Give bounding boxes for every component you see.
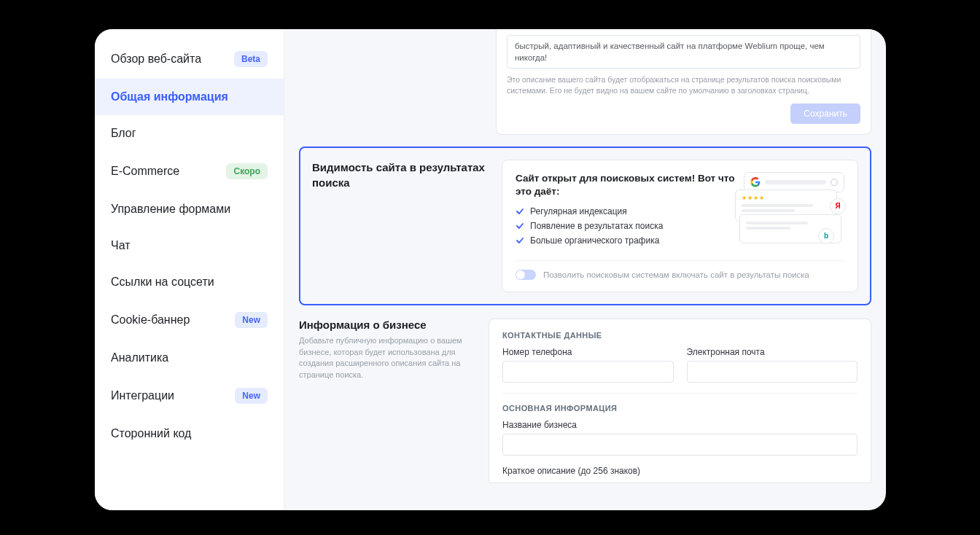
sidebar-item-label: Ссылки на соцсети [111,276,214,289]
site-description-text: быстрый, адаптивный и качественный сайт … [515,42,825,62]
visibility-toggle[interactable] [516,270,536,280]
yandex-icon: Я [830,198,846,214]
settings-window: Обзор веб-сайта Beta Общая информация Бл… [95,29,886,510]
sidebar-item-ecommerce[interactable]: E-Commerce Скоро [95,152,284,191]
business-panel: КОНТАКТНЫЕ ДАННЫЕ Номер телефона Электро… [489,319,871,483]
visibility-panel: Сайт открыт для поисковых систем! Вот чт… [502,160,858,293]
main-section-title: ОСНОВНАЯ ИНФОРМАЦИЯ [502,404,858,413]
site-description-textarea[interactable]: быстрый, адаптивный и качественный сайт … [507,35,860,69]
business-title: Информация о бизнесе [299,319,474,331]
sidebar-item-label: Управление формами [111,203,230,216]
bizname-label: Название бизнеса [502,420,858,430]
phone-label: Номер телефона [502,347,674,357]
benefit-item: Больше органического трафика [516,235,735,246]
sidebar-item-label: Общая информация [111,90,228,104]
benefit-label: Больше органического трафика [530,235,659,246]
site-description-card: быстрый, адаптивный и качественный сайт … [496,29,871,135]
google-icon [750,177,761,187]
benefit-label: Появление в результатах поиска [530,221,663,231]
bizname-input[interactable] [502,434,858,456]
visibility-card: Видимость сайта в результатах поиска Сай… [299,147,871,306]
email-input[interactable] [687,361,858,383]
sidebar-item-label: Аналитика [111,351,168,364]
sidebar-item-label: Cookie-баннер [111,313,190,327]
sidebar-item-blog[interactable]: Блог [95,115,284,152]
search-illustration: ★★★★ Я b [735,172,844,241]
sidebar-item-overview[interactable]: Обзор веб-сайта Beta [95,39,284,79]
sidebar-item-integrations[interactable]: Интеграции New [95,376,284,415]
visibility-title-col: Видимость сайта в результатах поиска [312,160,487,293]
phone-input[interactable] [502,361,674,383]
sidebar-item-label: Чат [111,239,131,252]
visibility-benefits: Регулярная индексация Появление в резуль… [516,206,735,246]
save-button[interactable]: Сохранить [790,104,860,124]
sidebar-item-label: Сторонний код [111,427,191,440]
bing-icon: b [818,228,834,244]
business-section: Информация о бизнесе Добавьте публичную … [299,319,871,483]
new-badge: New [235,312,268,328]
sidebar-item-label: Интеграции [111,389,174,402]
sidebar-item-label: Обзор веб-сайта [111,52,201,66]
star-rating-icon: ★★★★ [742,195,831,201]
sidebar-item-forms[interactable]: Управление формами [95,191,284,227]
contact-section-title: КОНТАКТНЫЕ ДАННЫЕ [502,331,858,340]
visibility-title: Видимость сайта в результатах поиска [312,160,487,190]
main-content: быстрый, адаптивный и качественный сайт … [284,29,886,510]
beta-badge: Beta [234,51,268,67]
sidebar-item-chat[interactable]: Чат [95,227,284,264]
benefit-item: Регулярная индексация [516,206,735,216]
check-icon [516,222,524,230]
benefit-item: Появление в результатах поиска [516,221,735,231]
sidebar-item-general[interactable]: Общая информация [95,79,284,115]
email-label: Электронная почта [687,347,858,357]
sidebar-item-cookie[interactable]: Cookie-баннер New [95,300,284,340]
site-description-help: Это описание вашего сайта будет отобража… [507,74,860,95]
check-icon [516,236,524,245]
sidebar-item-custom-code[interactable]: Сторонний код [95,415,284,452]
sidebar-item-label: Блог [111,127,136,140]
shortdesc-label: Краткое описание (до 256 знаков) [502,466,858,476]
soon-badge: Скоро [226,163,268,179]
sidebar-item-social[interactable]: Ссылки на соцсети [95,264,284,300]
search-icon [831,179,838,186]
sidebar: Обзор веб-сайта Beta Общая информация Бл… [95,29,284,510]
sidebar-item-analytics[interactable]: Аналитика [95,340,284,376]
new-badge: New [235,388,268,404]
check-icon [516,207,524,216]
sidebar-item-label: E-Commerce [111,165,179,178]
visibility-toggle-label: Позволить поисковым системам включать са… [543,270,809,279]
benefit-label: Регулярная индексация [530,206,627,216]
visibility-heading: Сайт открыт для поисковых систем! Вот чт… [516,172,735,200]
business-desc: Добавьте публичную информацию о вашем би… [299,335,474,380]
